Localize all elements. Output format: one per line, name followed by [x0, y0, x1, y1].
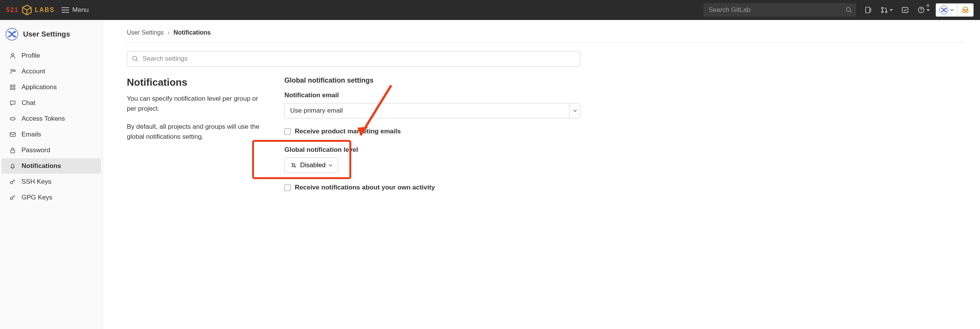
- sidebar-item-notifications[interactable]: Notifications: [2, 158, 101, 174]
- notifications-settings-column: Global notification settings Notificatio…: [284, 76, 580, 202]
- todos-icon[interactable]: [899, 3, 912, 17]
- sidebar-item-applications[interactable]: Applications: [2, 80, 101, 95]
- notifications-description-column: Notifications You can specify notificati…: [127, 76, 269, 202]
- merge-requests-icon[interactable]: [880, 3, 893, 17]
- key-icon: [8, 193, 17, 202]
- sidebar-item-account[interactable]: Account: [2, 64, 101, 79]
- sidebar-item-label: SSH Keys: [22, 178, 51, 186]
- marketing-emails-checkbox[interactable]: Receive product marketing emails: [284, 128, 580, 135]
- sidebar-item-access-tokens[interactable]: Access Tokens: [2, 111, 101, 126]
- create-issue-icon[interactable]: [862, 3, 875, 17]
- svg-rect-2: [865, 7, 870, 13]
- svg-point-0: [846, 7, 850, 12]
- account-icon: [8, 67, 17, 76]
- menu-label: Menu: [72, 6, 89, 14]
- incognito-button[interactable]: [957, 3, 973, 17]
- key-icon: [8, 178, 17, 186]
- sidebar-item-label: Profile: [22, 52, 40, 60]
- incognito-icon: [961, 5, 970, 15]
- chevron-down-icon: [573, 110, 577, 112]
- svg-line-1: [850, 11, 852, 13]
- sidebar-item-label: Access Tokens: [22, 115, 65, 123]
- search-icon: [132, 55, 139, 62]
- sidebar-item-ssh-keys[interactable]: SSH Keys: [2, 174, 101, 189]
- main-content: User Settings › Notifications Notificati…: [103, 20, 980, 329]
- sidebar-item-password[interactable]: Password: [2, 143, 101, 158]
- global-notification-level-value: Disabled: [300, 161, 326, 169]
- user-avatar-icon: [939, 5, 948, 15]
- logo-cube-icon: [21, 4, 33, 16]
- checkbox-icon: [284, 184, 291, 191]
- brand-logo[interactable]: 521 LABS: [6, 4, 55, 16]
- chevron-down-icon: [329, 164, 332, 166]
- applications-icon: [8, 83, 17, 91]
- bell-icon: [8, 162, 17, 170]
- svg-point-11: [963, 10, 965, 13]
- user-avatar-button[interactable]: [936, 3, 957, 17]
- breadcrumb: User Settings › Notifications: [127, 29, 965, 43]
- global-search: [703, 3, 856, 17]
- logo-prefix: 521: [6, 7, 19, 13]
- user-menu-group: [935, 3, 974, 17]
- marketing-emails-label: Receive product marketing emails: [295, 128, 401, 135]
- svg-point-28: [10, 181, 13, 184]
- search-icon[interactable]: [845, 7, 852, 13]
- svg-point-30: [133, 56, 137, 60]
- svg-rect-26: [10, 133, 15, 137]
- notification-email-caret[interactable]: [569, 103, 580, 118]
- checkbox-icon: [284, 128, 291, 135]
- bell-off-icon: [290, 162, 297, 169]
- menu-button[interactable]: Menu: [61, 6, 89, 14]
- svg-point-25: [14, 118, 15, 119]
- own-activity-checkbox[interactable]: Receive notifications about your own act…: [284, 184, 580, 191]
- svg-rect-20: [10, 88, 12, 90]
- topnav-right-group: [703, 3, 974, 17]
- sidebar-item-emails[interactable]: Emails: [2, 127, 101, 142]
- svg-rect-19: [13, 85, 15, 87]
- breadcrumb-current: Notifications: [173, 29, 211, 36]
- breadcrumb-root[interactable]: User Settings: [127, 29, 164, 36]
- chat-icon: [8, 99, 17, 107]
- sidebar: User Settings Profile Account Applicatio…: [0, 20, 103, 329]
- sidebar-item-label: Emails: [22, 131, 41, 138]
- sidebar-item-label: Applications: [22, 83, 57, 91]
- svg-point-15: [12, 53, 14, 56]
- global-notification-level-label: Global notification level: [284, 146, 580, 154]
- svg-point-29: [10, 197, 13, 199]
- svg-point-17: [14, 70, 15, 71]
- page-description-2: By default, all projects and groups will…: [127, 122, 269, 141]
- svg-point-12: [966, 10, 968, 13]
- help-icon[interactable]: [917, 3, 930, 17]
- sidebar-item-chat[interactable]: Chat: [2, 95, 101, 111]
- hamburger-icon: [61, 7, 69, 13]
- svg-line-31: [136, 60, 138, 61]
- notification-email-label: Notification email: [284, 91, 580, 99]
- notification-email-value[interactable]: Use primary email: [285, 103, 569, 118]
- settings-search-input[interactable]: [143, 55, 575, 63]
- topnav-left-group: 521 LABS Menu: [6, 4, 89, 16]
- settings-section-title: Global notification settings: [284, 76, 580, 85]
- own-activity-label: Receive notifications about your own act…: [295, 184, 435, 191]
- sidebar-header-icon: [5, 28, 18, 41]
- svg-point-16: [11, 69, 13, 71]
- page-title: Notifications: [127, 76, 269, 88]
- profile-icon: [8, 52, 17, 60]
- global-search-input[interactable]: [703, 3, 856, 17]
- sidebar-item-label: Notifications: [22, 162, 61, 170]
- top-navbar: 521 LABS Menu: [0, 0, 980, 20]
- sidebar-item-label: Password: [22, 146, 50, 154]
- breadcrumb-separator-icon: ›: [168, 29, 169, 36]
- svg-point-24: [12, 118, 13, 119]
- sidebar-item-gpg-keys[interactable]: GPG Keys: [2, 190, 101, 205]
- svg-rect-21: [13, 88, 15, 90]
- svg-rect-27: [11, 150, 15, 153]
- sidebar-header[interactable]: User Settings: [0, 25, 103, 48]
- svg-point-6: [885, 11, 887, 13]
- svg-point-4: [882, 7, 883, 9]
- settings-search: [127, 51, 580, 66]
- sidebar-item-label: GPG Keys: [22, 194, 52, 201]
- sidebar-item-profile[interactable]: Profile: [2, 48, 101, 63]
- page-description-1: You can specify notification level per g…: [127, 94, 269, 113]
- chevron-down-icon: [950, 9, 954, 11]
- global-notification-level-button[interactable]: Disabled: [284, 158, 338, 173]
